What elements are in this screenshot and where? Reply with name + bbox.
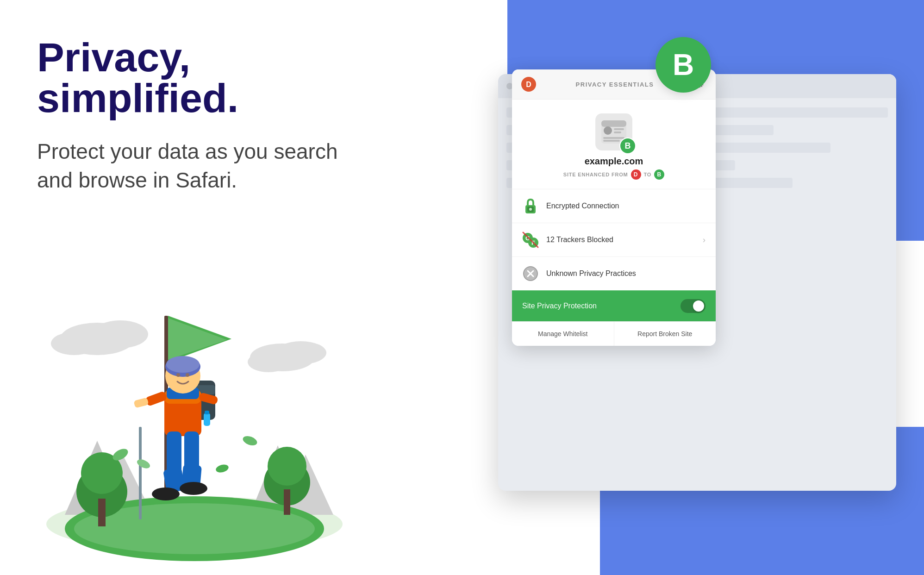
svg-point-52	[604, 126, 612, 135]
svg-rect-55	[603, 137, 624, 139]
ddg-badge-small: B	[619, 138, 636, 154]
svg-point-6	[248, 352, 289, 372]
hiker-illustration	[28, 246, 361, 561]
svg-rect-32	[145, 391, 168, 406]
svg-rect-42	[205, 411, 209, 414]
svg-rect-56	[603, 140, 620, 142]
svg-point-47	[136, 457, 151, 470]
svg-rect-43	[139, 427, 142, 519]
site-domain: example.com	[585, 156, 643, 167]
svg-rect-33	[133, 397, 149, 408]
svg-point-2	[93, 320, 148, 348]
browser-section: B D PRIVACY ESSENTIALS ⚙	[470, 14, 896, 560]
trackers-blocked-item[interactable]: G F 12 Trackers Blocked ›	[512, 223, 716, 256]
ddg-badge-large-letter: B	[673, 48, 694, 82]
grade-from-badge: D	[631, 169, 641, 180]
svg-point-40	[180, 482, 207, 495]
subheadline: Protect your data as you searchand brows…	[37, 137, 361, 194]
privacy-items-list: Encrypted Connection G F 12	[512, 189, 716, 290]
popup-header: B example.com SITE ENHANCED FROM D TO B	[512, 100, 716, 189]
lock-icon	[522, 198, 539, 214]
site-enhanced: SITE ENHANCED FROM D TO B	[563, 169, 664, 180]
svg-point-3	[51, 332, 97, 355]
svg-rect-41	[204, 413, 210, 426]
privacy-protection-label: Site Privacy Protection	[522, 302, 597, 310]
grade-to-badge: B	[654, 169, 664, 180]
svg-marker-21	[168, 318, 227, 360]
ddg-badge-small-letter: B	[625, 141, 631, 151]
encrypted-connection-item: Encrypted Connection	[512, 189, 716, 223]
trackers-blocked-label: 12 Trackers Blocked	[546, 236, 695, 244]
trackers-chevron-icon: ›	[703, 235, 705, 245]
ddg-logo: D	[521, 77, 536, 92]
popup-panel: D PRIVACY ESSENTIALS ⚙	[512, 69, 716, 346]
svg-rect-53	[614, 128, 624, 130]
trackers-icon: G F	[522, 231, 539, 248]
svg-rect-51	[601, 120, 626, 127]
ddg-badge-large: B	[656, 37, 711, 93]
svg-rect-15	[98, 499, 106, 526]
svg-rect-54	[614, 131, 621, 133]
svg-text:D: D	[526, 81, 531, 88]
manage-whitelist-link[interactable]: Manage Whitelist	[512, 322, 614, 346]
unknown-privacy-label: Unknown Privacy Practices	[546, 269, 705, 278]
svg-point-37	[152, 488, 180, 500]
privacy-protection-row: Site Privacy Protection	[512, 290, 716, 321]
unknown-privacy-icon	[522, 265, 539, 282]
svg-point-31	[186, 373, 189, 377]
unknown-privacy-item: Unknown Privacy Practices	[512, 256, 716, 290]
headline: Privacy, simplified.	[37, 37, 361, 119]
svg-point-30	[176, 373, 180, 377]
svg-rect-18	[284, 489, 290, 515]
svg-point-17	[268, 447, 306, 486]
svg-point-59	[529, 208, 532, 211]
site-icon-container: B	[595, 113, 632, 150]
toggle-knob	[693, 300, 704, 312]
enhanced-to-label: TO	[644, 172, 652, 177]
popup-title: PRIVACY ESSENTIALS	[576, 81, 654, 88]
svg-point-46	[215, 463, 229, 474]
left-content: Privacy, simplified. Protect your data a…	[37, 37, 361, 194]
enhanced-label: SITE ENHANCED FROM	[563, 172, 628, 177]
report-broken-site-link[interactable]: Report Broken Site	[614, 322, 716, 346]
popup-bottom-links: Manage Whitelist Report Broken Site	[512, 321, 716, 346]
svg-point-29	[166, 356, 200, 373]
encrypted-connection-label: Encrypted Connection	[546, 202, 705, 210]
svg-point-45	[242, 434, 258, 447]
privacy-protection-toggle[interactable]	[681, 299, 705, 313]
